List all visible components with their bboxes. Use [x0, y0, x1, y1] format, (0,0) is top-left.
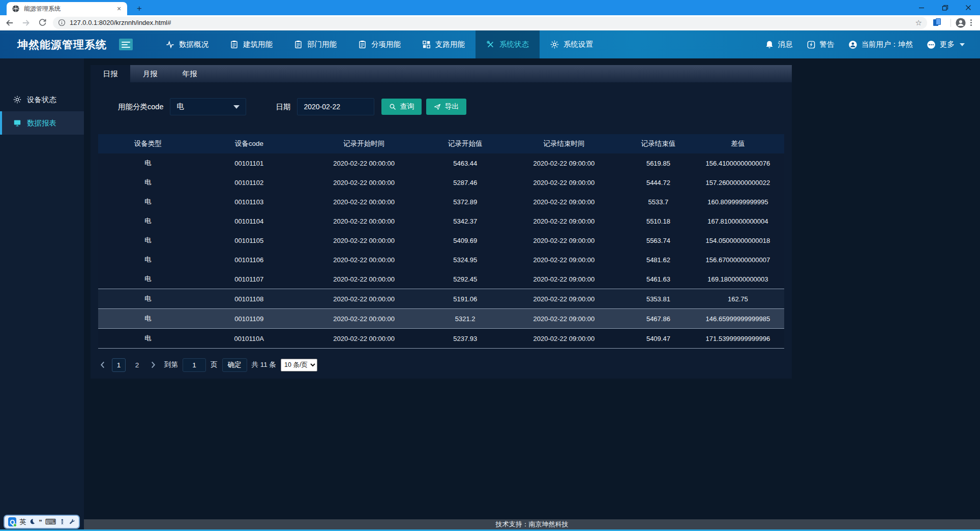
table-cell: 5619.85: [625, 153, 692, 173]
extension-icon[interactable]: [932, 18, 942, 28]
category-select[interactable]: 电: [170, 98, 246, 115]
alerts-button[interactable]: 警告: [807, 40, 835, 49]
browser-menu-icon[interactable]: [970, 19, 972, 26]
restore-button[interactable]: [933, 0, 957, 15]
new-tab-button[interactable]: +: [133, 4, 145, 14]
table-cell: 电: [98, 329, 198, 348]
nav-item-分项用能[interactable]: 分项用能: [347, 30, 411, 58]
table-cell: 2020-02-22 09:00:00: [503, 231, 625, 250]
table-cell: 0010110A: [198, 329, 301, 348]
footer-text: 技术支持：南京坤然科技: [496, 520, 569, 529]
table-row[interactable]: 电0010110A2020-02-22 00:00:005237.932020-…: [98, 328, 784, 349]
total-count-label: 共 11 条: [252, 360, 277, 369]
date-input[interactable]: [297, 98, 374, 115]
table-row[interactable]: 电001011022020-02-22 00:00:005287.462020-…: [98, 173, 784, 192]
nav-item-系统设置[interactable]: 系统设置: [540, 30, 604, 58]
table-row[interactable]: 电001011042020-02-22 00:00:005342.372020-…: [98, 211, 784, 231]
bell-icon: [765, 40, 774, 49]
sidebar-item-数据报表[interactable]: 数据报表: [0, 111, 84, 135]
table-cell: 电: [98, 192, 198, 211]
table-body: 电001011012020-02-22 00:00:005463.442020-…: [98, 153, 784, 349]
gear-icon: [13, 96, 21, 104]
page-number-2[interactable]: 2: [130, 358, 144, 372]
tab-月报[interactable]: 月报: [130, 65, 170, 82]
ime-toolbar[interactable]: Q 英 ” ⌨: [4, 515, 80, 529]
window-controls: [910, 0, 980, 15]
monitor-icon: [13, 119, 21, 127]
forward-button[interactable]: [19, 16, 33, 29]
date-label: 日期: [276, 102, 290, 112]
table-cell: 160.8099999999995: [692, 192, 784, 211]
nav-item-系统状态[interactable]: 系统状态: [476, 30, 540, 58]
table-cell: 00101101: [198, 153, 301, 173]
alert-lightning-icon: [807, 40, 816, 49]
nav-item-支路用能[interactable]: 支路用能: [411, 30, 476, 58]
back-button[interactable]: [3, 16, 16, 29]
profile-avatar[interactable]: [955, 17, 966, 28]
bookmark-star-icon[interactable]: ☆: [915, 18, 922, 27]
sidebar-item-设备状态[interactable]: 设备状态: [0, 88, 84, 111]
minimize-button[interactable]: [910, 0, 933, 15]
table-cell: 5321.2: [428, 309, 503, 328]
table-cell: 2020-02-22 00:00:00: [301, 289, 428, 308]
column-header: 记录开始时间: [301, 134, 428, 153]
table-row[interactable]: 电001011032020-02-22 00:00:005372.892020-…: [98, 192, 784, 211]
keyboard-icon[interactable]: ⌨: [45, 517, 56, 526]
table-cell: 162.75: [692, 289, 784, 308]
nav-item-label: 分项用能: [371, 40, 401, 49]
user-icon: [848, 40, 857, 49]
toolbar-right: [932, 17, 976, 28]
table-cell: 2020-02-22 09:00:00: [503, 289, 625, 308]
nav-item-部门用能[interactable]: 部门用能: [283, 30, 347, 58]
wrench-icon[interactable]: [69, 518, 75, 525]
menu-toggle-icon[interactable]: [119, 39, 133, 50]
ellipsis-circle-icon: [927, 40, 936, 49]
browser-tab[interactable]: 能源管理系统 ×: [7, 2, 127, 15]
pagination: 12 到第 页 确定 共 11 条 10 条/页: [98, 356, 784, 374]
table-row[interactable]: 电001011052020-02-22 00:00:005409.692020-…: [98, 231, 784, 250]
site-info-icon[interactable]: [58, 19, 66, 26]
alerts-label: 警告: [820, 40, 835, 49]
tab-年报[interactable]: 年报: [170, 65, 210, 82]
globe-favicon-icon: [12, 5, 20, 13]
table-cell: 2020-02-22 09:00:00: [503, 211, 625, 231]
messages-button[interactable]: 消息: [765, 40, 793, 49]
clipboard-icon: [230, 40, 239, 49]
ime-logo-icon[interactable]: Q: [8, 517, 16, 526]
current-user[interactable]: 当前用户：坤然: [848, 40, 913, 49]
goto-page-input[interactable]: [183, 358, 206, 372]
prev-page-icon[interactable]: [98, 360, 107, 369]
page-size-select[interactable]: 10 条/页: [281, 359, 317, 371]
table-cell: 154.05000000000018: [692, 231, 784, 250]
next-page-icon[interactable]: [149, 360, 158, 369]
url-text[interactable]: 127.0.0.1:8020/krznnh/index.html#: [70, 19, 915, 26]
table-row[interactable]: 电001011092020-02-22 00:00:005321.22020-0…: [98, 308, 784, 328]
refresh-button[interactable]: [36, 16, 49, 29]
person-icon[interactable]: [59, 518, 66, 525]
query-button[interactable]: 查询: [381, 99, 422, 115]
address-bar[interactable]: 127.0.0.1:8020/krznnh/index.html# ☆: [53, 17, 927, 29]
moon-icon[interactable]: [29, 518, 36, 525]
report-panel: 日报月报年报 用能分类code 电 日期 查询 导出 设备类型设备code记录开…: [91, 65, 792, 379]
sidebar-item-label: 设备状态: [27, 95, 56, 105]
browser-toolbar: 127.0.0.1:8020/krznnh/index.html# ☆: [0, 15, 980, 30]
nav-item-数据概况[interactable]: 数据概况: [155, 30, 219, 58]
punctuation-toggle[interactable]: ”: [39, 518, 42, 526]
export-button[interactable]: 导出: [426, 99, 466, 115]
close-button[interactable]: [957, 0, 980, 15]
table-row[interactable]: 电001011072020-02-22 00:00:005292.452020-…: [98, 269, 784, 289]
ime-language-toggle[interactable]: 英: [19, 517, 26, 526]
tab-close-icon[interactable]: ×: [115, 5, 123, 13]
more-menu-button[interactable]: 更多: [927, 40, 965, 49]
table-row[interactable]: 电001011062020-02-22 00:00:005324.952020-…: [98, 250, 784, 269]
page-number-1[interactable]: 1: [112, 358, 126, 372]
table-row[interactable]: 电001011082020-02-22 00:00:005191.062020-…: [98, 289, 784, 308]
table-cell: 电: [98, 289, 198, 308]
table-cell: 146.65999999999985: [692, 309, 784, 328]
table-cell: 00101105: [198, 231, 301, 250]
table-row[interactable]: 电001011012020-02-22 00:00:005463.442020-…: [98, 153, 784, 173]
table-cell: 00101103: [198, 192, 301, 211]
nav-item-建筑用能[interactable]: 建筑用能: [219, 30, 283, 58]
confirm-page-button[interactable]: 确定: [222, 358, 247, 372]
tab-日报[interactable]: 日报: [91, 65, 130, 82]
